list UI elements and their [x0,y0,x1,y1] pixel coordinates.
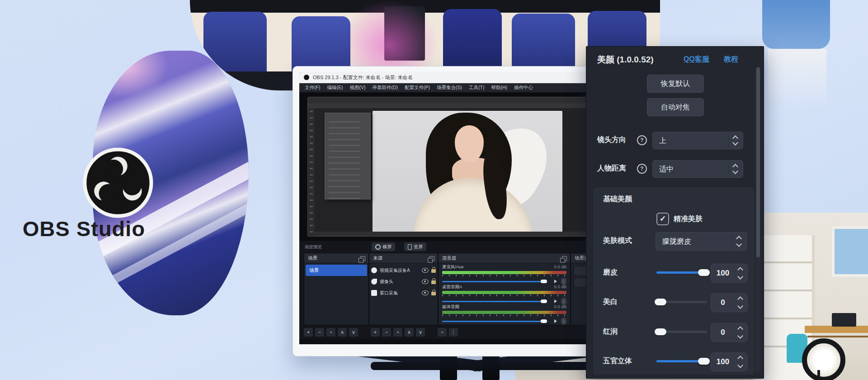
source-down-button[interactable]: ∨ [416,328,425,337]
smooth-skin-slider[interactable] [656,271,707,274]
source-row[interactable]: 视频采集设备A [371,265,436,276]
menu-profile[interactable]: 配置文件(P) [405,85,430,91]
menu-help[interactable]: 帮助(H) [491,85,507,91]
section-title: 基础美颜 [603,195,632,204]
rosy-slider[interactable] [656,331,707,333]
basic-beauty-section: 基础美颜 ✓ 精准美肤 美肤模式 朦胧磨皮 磨皮 100 美白 0 [593,187,755,375]
menu-edit[interactable]: 编辑(E) [327,85,343,91]
visibility-eye-icon[interactable] [422,279,429,284]
obs-app-icon [304,75,309,80]
portrait-face [455,125,484,162]
speaker-icon[interactable] [554,319,559,323]
window-title: OBS 29.1.3 - 配置文件: 未命名 - 场景: 未命名 [313,74,413,81]
face-3d-spinbox[interactable]: 100 [711,352,748,371]
channel-menu-button[interactable]: ⋮ [561,318,566,325]
source-up-button[interactable]: ∧ [405,328,414,337]
camera-icon [371,279,377,285]
dropdown-spinner[interactable] [731,233,746,250]
volume-slider[interactable] [442,280,551,283]
beauty-filter-panel: 美颜 (1.0.0.52) QQ客服 教程 恢复默认 自动对焦 镜头方向 ? 上… [586,46,764,379]
landscape-toggle-button[interactable]: 横屏 [372,242,395,251]
popout-icon[interactable] [562,256,567,261]
channel-db: 0.0 dB [554,264,566,270]
mixer-dock-header[interactable]: 混音器 [439,253,570,263]
ps-status-bar [315,232,626,236]
rosy-spinbox[interactable]: 0 [711,323,748,342]
qq-support-link[interactable]: QQ客服 [684,55,709,64]
person-distance-dropdown[interactable]: 适中 [652,160,743,178]
studio-window [832,226,868,277]
window-capture-icon [371,290,377,296]
lock-icon[interactable] [431,292,436,295]
preview-status-text: 画面预览 [305,244,322,250]
camera-direction-label: 镜头方向 [597,135,626,145]
smooth-skin-label: 磨皮 [603,268,618,277]
scene-list-item-selected[interactable]: 场景 [306,265,367,276]
scrollbar-thumb[interactable] [756,67,760,257]
visibility-eye-icon[interactable] [422,290,429,295]
face-3d-label: 五官立体 [603,356,632,366]
add-scene-button[interactable]: + [304,328,313,337]
add-source-button[interactable]: + [371,328,380,337]
volume-slider[interactable] [442,299,551,303]
mixer-more-button[interactable]: ⋮ [449,328,458,337]
source-row[interactable]: 摄像头 [371,276,436,287]
meter-ticks [442,294,566,296]
blue-sky-fragment [762,0,830,49]
menu-tools[interactable]: 工具(T) [469,85,484,91]
speaker-icon[interactable] [554,299,559,303]
menu-plugin-center[interactable]: 插件中心 [514,85,533,91]
help-icon[interactable]: ? [637,164,647,174]
lock-icon[interactable] [431,269,436,273]
menu-scene-collection[interactable]: 场景集合(S) [437,85,462,91]
skin-mode-dropdown[interactable]: 朦胧磨皮 [656,232,747,251]
menu-file[interactable]: 文件(F) [305,85,320,91]
whitening-spinbox[interactable]: 0 [711,293,748,312]
move-up-button[interactable]: ∧ [338,328,347,337]
meter-ticks [442,275,566,276]
wood-desk [805,326,868,333]
channel-db: 0.0 dB [554,304,566,310]
source-row[interactable]: 窗口采集 [371,288,436,298]
camera-direction-dropdown[interactable]: 上 [652,132,743,149]
source-name: 窗口采集 [380,290,419,296]
precise-skin-checkbox[interactable]: ✓ [656,213,669,225]
popout-icon[interactable] [429,256,434,261]
speaker-icon[interactable] [554,280,559,283]
ps-floating-panel [325,113,371,200]
popout-icon[interactable] [360,256,365,261]
mixer-config-button[interactable]: ∘ [438,328,447,337]
skin-mode-value: 朦胧磨皮 [662,237,691,246]
portrait-toggle-button[interactable]: 竖屏 [404,242,426,251]
panel-scrollbar[interactable] [755,66,760,372]
obs-studio-wordmark: OBS Studio [23,216,212,241]
whitening-label: 美白 [603,297,618,307]
dropdown-spinner[interactable] [728,161,743,177]
whitening-slider[interactable] [656,301,707,303]
phone-icon [408,244,412,250]
volume-meter [442,311,566,314]
stand-foot [482,355,500,380]
scene-filters-button[interactable]: ∘ [326,328,335,337]
tutorial-link[interactable]: 教程 [724,55,738,64]
visibility-eye-icon[interactable] [422,268,429,273]
auto-focus-button[interactable]: 自动对焦 [647,98,704,116]
source-properties-button[interactable]: ∘ [393,328,402,337]
dropdown-spinner[interactable] [728,132,743,149]
remove-source-button[interactable]: − [382,328,391,337]
channel-name: 媒体音频 [442,304,459,310]
smooth-skin-spinbox[interactable]: 100 [711,264,748,283]
move-down-button[interactable]: ∨ [349,328,358,337]
remove-scene-button[interactable]: − [315,328,324,337]
face-3d-slider[interactable] [656,360,707,362]
volume-slider[interactable] [442,319,551,323]
menu-view[interactable]: 视图(V) [349,85,365,91]
menu-docks[interactable]: 停靠部件(D) [372,85,398,91]
precise-skin-label: 精准美肤 [674,214,703,224]
restore-defaults-button[interactable]: 恢复默认 [647,75,704,93]
help-icon[interactable]: ? [637,135,647,145]
lock-icon[interactable] [431,280,436,284]
obs-logo [82,147,154,219]
bg-topright-photo [758,0,835,118]
meter-ticks [442,314,566,316]
